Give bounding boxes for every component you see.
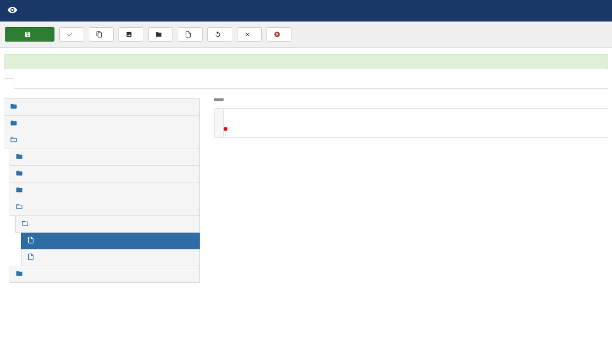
code-body[interactable] [224,109,608,137]
folder-icon [10,103,17,111]
folder-open-icon [10,136,17,145]
tree-folder-css[interactable] [4,98,200,116]
tab-editor[interactable] [4,78,14,89]
tree-file-default-php[interactable] [21,233,200,249]
tree-file-default-google-php[interactable] [21,249,200,266]
apply-icon [24,31,31,38]
delete-file-button[interactable] [237,27,262,42]
page-header [0,0,612,21]
rename-file-button[interactable] [207,27,232,42]
tree-folder-com-contact[interactable] [10,149,200,166]
tabs [4,78,608,89]
tab-create-overrides[interactable] [26,78,35,89]
tree-folder-com-finder[interactable] [10,182,200,199]
folder-icon [16,186,23,195]
new-file-button[interactable] [178,27,203,42]
code-panel [214,98,608,283]
manage-folders-button[interactable] [148,27,173,42]
eye-icon [7,5,18,17]
folder-icon [10,119,17,128]
file-tree [4,98,200,283]
rename-icon [215,31,221,38]
image-icon [126,31,132,38]
folder-icon [16,270,23,278]
tree-folder-com-kunena[interactable] [10,266,200,283]
tree-folder-com-focalpoint[interactable] [10,199,200,216]
folder-open-icon [21,220,29,228]
save-close-button[interactable] [59,27,84,42]
close-icon [244,31,251,38]
check-icon [66,31,73,38]
folder-icon [155,31,162,38]
tree-folder-html[interactable] [4,132,200,149]
code-editor[interactable] [214,108,608,138]
line-gutter [215,109,224,137]
folder-icon [16,170,23,178]
tree-folder-location[interactable] [15,216,200,233]
template-preview-button[interactable] [118,27,143,42]
file-icon [185,31,192,38]
message-alert [4,54,608,69]
toolbar [0,21,612,48]
file-icon [27,253,34,262]
copy-template-button[interactable] [89,27,114,42]
file-icon [27,236,34,245]
folder-icon [16,153,23,161]
save-button[interactable] [5,27,54,42]
highlight-box [224,127,227,131]
copy-icon [96,31,103,38]
tree-folder-com-content[interactable] [10,166,200,182]
tab-template-description[interactable] [47,78,56,89]
fullscreen-hint [214,98,224,101]
cancel-icon [274,31,280,38]
close-file-button[interactable] [267,27,291,42]
folder-open-icon [16,203,23,212]
tree-folder-form[interactable] [4,116,200,132]
